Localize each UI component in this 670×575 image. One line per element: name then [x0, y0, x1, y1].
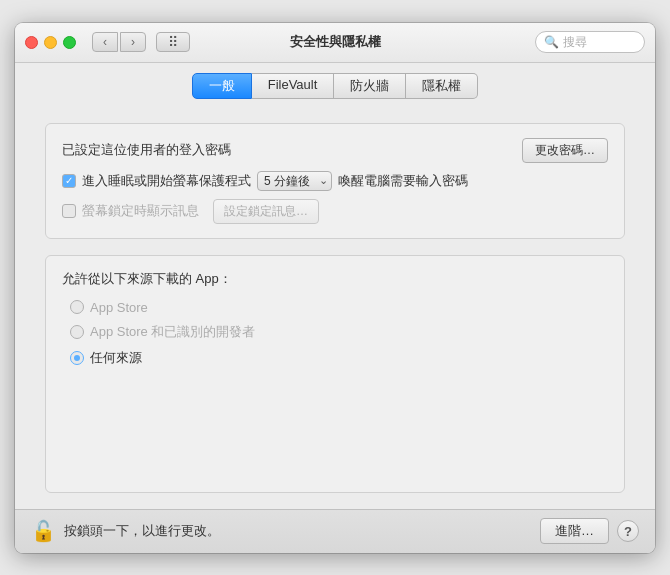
tab-privacy[interactable]: 隱私權 — [406, 73, 478, 99]
footer: 🔓 按鎖頭一下，以進行更改。 進階… ? — [15, 509, 655, 553]
traffic-lights — [25, 36, 76, 49]
grid-button[interactable]: ⠿ — [156, 32, 190, 52]
maximize-button[interactable] — [63, 36, 76, 49]
content-area: 已設定這位使用者的登入密碼 更改密碼… ✓ 進入睡眠或開始螢幕保護程式 5 分鐘… — [15, 107, 655, 509]
nav-buttons: ‹ › — [92, 32, 146, 52]
forward-button[interactable]: › — [120, 32, 146, 52]
footer-label: 按鎖頭一下，以進行更改。 — [64, 522, 220, 540]
radio-appstore-identified[interactable] — [70, 325, 84, 339]
sleep-checkbox-label: 進入睡眠或開始螢幕保護程式 — [82, 172, 251, 190]
close-button[interactable] — [25, 36, 38, 49]
screen-lock-checkbox-row: 螢幕鎖定時顯示訊息 設定鎖定訊息… — [62, 199, 608, 224]
sleep-dropdown-container: 5 分鐘後 — [257, 171, 332, 191]
tab-firewall[interactable]: 防火牆 — [334, 73, 406, 99]
radio-row-appstore-identified: App Store 和已識別的開發者 — [70, 323, 608, 341]
password-row: 已設定這位使用者的登入密碼 更改密碼… — [62, 138, 608, 163]
tab-filevault[interactable]: FileVault — [252, 73, 335, 99]
lock-icon[interactable]: 🔓 — [31, 519, 56, 543]
download-source-title: 允許從以下來源下載的 App： — [62, 270, 608, 288]
window-title: 安全性與隱私權 — [290, 33, 381, 51]
help-button[interactable]: ? — [617, 520, 639, 542]
lock-area: 🔓 按鎖頭一下，以進行更改。 — [31, 519, 220, 543]
password-row-label: 已設定這位使用者的登入密碼 — [62, 141, 522, 159]
search-box[interactable]: 🔍 搜尋 — [535, 31, 645, 53]
download-source-section: 允許從以下來源下載的 App： App Store App Store 和已識別… — [45, 255, 625, 493]
radio-row-appstore: App Store — [70, 300, 608, 315]
sleep-checkbox-row: ✓ 進入睡眠或開始螢幕保護程式 5 分鐘後 喚醒電腦需要輸入密碼 — [62, 171, 608, 191]
sleep-checkbox[interactable]: ✓ — [62, 174, 76, 188]
checkmark-icon: ✓ — [65, 176, 73, 186]
search-placeholder: 搜尋 — [563, 34, 587, 51]
tabbar: 一般 FileVault 防火牆 隱私權 — [15, 63, 655, 107]
radio-label-appstore: App Store — [90, 300, 148, 315]
window: ‹ › ⠿ 安全性與隱私權 🔍 搜尋 一般 FileVault 防火牆 隱私權 … — [15, 23, 655, 553]
screen-lock-checkbox[interactable] — [62, 204, 76, 218]
titlebar: ‹ › ⠿ 安全性與隱私權 🔍 搜尋 — [15, 23, 655, 63]
password-section: 已設定這位使用者的登入密碼 更改密碼… ✓ 進入睡眠或開始螢幕保護程式 5 分鐘… — [45, 123, 625, 239]
back-button[interactable]: ‹ — [92, 32, 118, 52]
wake-label: 喚醒電腦需要輸入密碼 — [338, 172, 468, 190]
tab-general[interactable]: 一般 — [192, 73, 252, 99]
screen-lock-label: 螢幕鎖定時顯示訊息 — [82, 202, 199, 220]
radio-label-appstore-identified: App Store 和已識別的開發者 — [90, 323, 255, 341]
radio-anywhere[interactable] — [70, 351, 84, 365]
set-lock-message-button[interactable]: 設定鎖定訊息… — [213, 199, 319, 224]
radio-label-anywhere: 任何來源 — [90, 349, 142, 367]
radio-row-anywhere: 任何來源 — [70, 349, 608, 367]
footer-right: 進階… ? — [540, 518, 639, 544]
advance-button[interactable]: 進階… — [540, 518, 609, 544]
change-password-button[interactable]: 更改密碼… — [522, 138, 608, 163]
sleep-dropdown[interactable]: 5 分鐘後 — [257, 171, 332, 191]
radio-appstore[interactable] — [70, 300, 84, 314]
radio-group: App Store App Store 和已識別的開發者 任何來源 — [62, 300, 608, 367]
minimize-button[interactable] — [44, 36, 57, 49]
search-icon: 🔍 — [544, 35, 559, 49]
